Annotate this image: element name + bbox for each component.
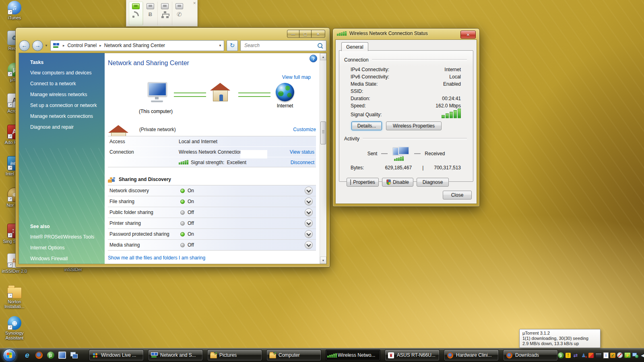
switch-windows-icon[interactable]	[70, 352, 78, 359]
forward-button[interactable]	[32, 40, 43, 51]
breadcrumb-control-panel[interactable]: Control Panel	[67, 43, 97, 48]
table-row-connection: Connection Wireless Network Connection V…	[108, 147, 316, 157]
sidebar-item-intel-proset[interactable]: Intel® PROSet/Wireless Tools	[30, 234, 105, 240]
chevron-down-icon[interactable]	[305, 241, 313, 249]
close-icon[interactable]	[193, 1, 196, 5]
app-tray-icon[interactable]	[588, 353, 594, 358]
view-status-link[interactable]: View status	[290, 149, 314, 155]
taskbar-button-windows-live[interactable]: Windows Live ...	[89, 350, 144, 361]
network-tray-icon[interactable]	[632, 353, 638, 358]
volume-tray-icon[interactable]	[640, 352, 644, 358]
phone-toggle[interactable]	[172, 2, 186, 25]
sidebar-item-diagnose-repair[interactable]: Diagnose and repair	[30, 124, 105, 130]
help-icon[interactable]	[310, 55, 317, 62]
network-house-icon[interactable]	[210, 83, 231, 101]
search-input[interactable]	[244, 42, 317, 49]
customize-link[interactable]: Customize	[293, 127, 316, 132]
folder-icon	[7, 287, 22, 298]
taskbar-button-asus-router[interactable]: ASUS RT-N66U...	[385, 350, 440, 361]
tooltip-line-2: 1(1) downloading, 30(30) seeding	[522, 336, 597, 341]
sidebar-item-windows-firewall[interactable]: Windows Firewall	[30, 256, 105, 261]
firefox-icon[interactable]	[35, 352, 43, 359]
disc-blocked-tray-icon[interactable]	[617, 352, 623, 358]
breadcrumb[interactable]: Control Panel Network and Sharing Center	[50, 40, 224, 51]
duration-value: 00:24:41	[442, 96, 461, 101]
bytes-sent-value: 629,185,467	[385, 165, 412, 171]
disconnect-link[interactable]: Disconnect	[291, 160, 314, 165]
sidebar-item-internet-options[interactable]: Internet Options	[30, 245, 105, 251]
wifi-toggle[interactable]	[129, 2, 143, 25]
taskbar-button-hardware-clinic[interactable]: Hardware Clini...	[444, 350, 499, 361]
view-full-map-link[interactable]: View full map	[282, 74, 311, 80]
ssid-label: SSID:	[351, 88, 363, 94]
close-dialog-button[interactable]: Close	[443, 191, 472, 200]
search-box	[240, 40, 326, 51]
scroll-up-icon[interactable]	[320, 53, 326, 60]
ipv4-label: IPv4 Connectivity:	[351, 67, 389, 72]
internet-explorer-icon[interactable]	[23, 352, 31, 359]
show-shared-files-link[interactable]: Show me all the files and folders I am s…	[108, 255, 205, 261]
sync-tray-icon[interactable]	[572, 352, 579, 358]
display-tray-icon[interactable]	[595, 353, 602, 358]
disable-button[interactable]: Disable	[382, 178, 413, 187]
scroll-down-icon[interactable]	[320, 257, 326, 264]
properties-button[interactable]: Properties	[347, 178, 379, 187]
minimize-button[interactable]	[287, 30, 299, 38]
taskbar-button-downloads[interactable]: Downloads	[503, 350, 558, 361]
row-label: Media sharing	[108, 242, 180, 248]
bluetooth-toggle[interactable]	[143, 2, 158, 25]
sidebar-item-view-computers[interactable]: View computers and devices	[30, 70, 105, 76]
document-info-tray-icon[interactable]	[603, 352, 609, 358]
sidebar-item-setup-connection[interactable]: Set up a connection or network	[30, 103, 105, 108]
internet-globe-icon[interactable]	[276, 83, 294, 101]
taskbar-button-pictures[interactable]: Pictures	[207, 350, 262, 361]
details-button[interactable]: Details...	[351, 121, 382, 130]
security-check-tray-icon[interactable]	[610, 353, 615, 358]
lan-toggle[interactable]	[158, 2, 172, 25]
tab-general[interactable]: General	[341, 42, 368, 51]
page-title: Network and Sharing Center	[108, 60, 189, 67]
messenger-offline-tray-icon[interactable]	[580, 352, 587, 358]
refresh-button[interactable]	[227, 40, 238, 51]
chevron-down-icon[interactable]	[305, 208, 313, 216]
table-row-signal: Signal strength: Excellent Disconnect	[108, 157, 316, 167]
chevron-down-icon[interactable]	[305, 187, 313, 195]
utorrent-tray-icon[interactable]	[558, 352, 564, 358]
alert-tray-icon[interactable]	[566, 353, 571, 358]
taskbar-button-computer[interactable]: Computer	[266, 350, 321, 361]
chevron-down-icon[interactable]	[305, 230, 313, 238]
search-icon[interactable]	[317, 43, 323, 49]
chevron-down-icon[interactable]	[305, 219, 313, 227]
start-button[interactable]	[3, 349, 16, 362]
history-dropdown-icon[interactable]	[45, 44, 48, 47]
received-label: Received	[425, 151, 445, 156]
table-row-access: Access Local and Internet	[108, 136, 316, 147]
close-button[interactable]	[460, 31, 476, 39]
sidebar-item-connect-network[interactable]: Connect to a network	[30, 81, 105, 86]
tasks-sidebar: Tasks View computers and devices Connect…	[19, 53, 105, 264]
taskbar-button-wireless-status[interactable]: Wireless Netwo...	[326, 350, 380, 361]
utorrent-icon[interactable]	[47, 352, 54, 359]
scrollbar-thumb[interactable]	[320, 121, 326, 144]
private-network-header: (Private network) Customize	[108, 124, 316, 135]
wireless-properties-button[interactable]: Wireless Properties	[386, 121, 442, 130]
desktop-icon-synology-assistant[interactable]: Synology Assistant	[2, 316, 27, 340]
desktop-icon-norton-installation[interactable]: Norton Installati...	[2, 285, 27, 309]
desktop-icon-itunes[interactable]: iTunes	[2, 1, 27, 20]
close-button[interactable]	[311, 30, 325, 38]
show-desktop-icon[interactable]	[58, 352, 66, 359]
back-button[interactable]	[19, 40, 30, 51]
activity-computers-icon	[392, 146, 410, 161]
sharing-row-public-folder: Public folder sharing Off	[108, 207, 316, 218]
chevron-down-icon[interactable]	[305, 197, 313, 206]
vertical-scrollbar[interactable]	[320, 53, 326, 264]
breadcrumb-network-sharing-center[interactable]: Network and Sharing Center	[104, 43, 165, 48]
address-dropdown-icon[interactable]	[219, 44, 222, 47]
power-tray-icon[interactable]	[624, 352, 631, 358]
diagnose-button[interactable]: Diagnose	[417, 178, 449, 187]
this-computer-icon[interactable]	[144, 82, 167, 102]
maximize-button[interactable]	[299, 30, 312, 38]
sidebar-item-manage-connections[interactable]: Manage network connections	[30, 113, 105, 119]
sidebar-item-manage-wireless[interactable]: Manage wireless networks	[30, 92, 105, 97]
taskbar-button-network-sharing[interactable]: Network and S...	[148, 350, 203, 361]
